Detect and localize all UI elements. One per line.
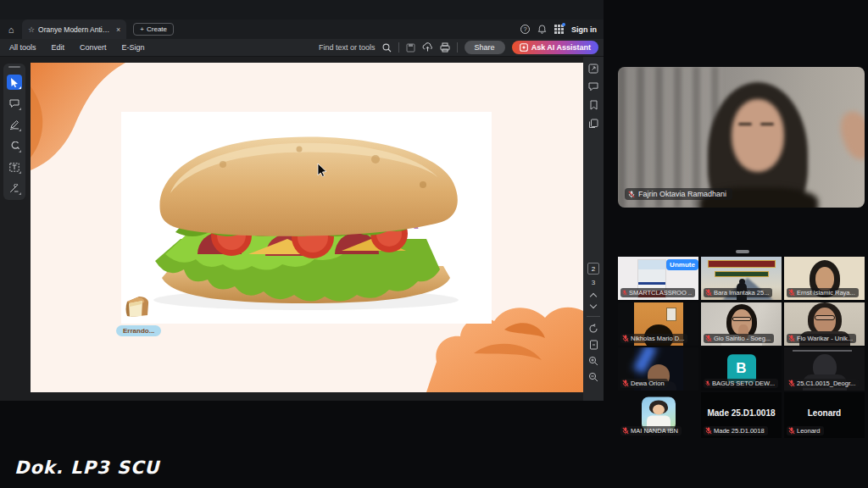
fit-page-icon[interactable] — [589, 340, 598, 350]
speaker-name: Fajrin Oktavia Ramadhani — [638, 190, 726, 198]
participant-name-label: Gio Saintio - Soeg... — [704, 334, 774, 343]
share-button[interactable]: Share — [465, 41, 505, 54]
mic-off-icon — [788, 289, 795, 297]
pages-panel-icon[interactable] — [588, 119, 598, 129]
menu-edit[interactable]: Edit — [52, 43, 65, 52]
menu-bar: All tools Edit Convert E-Sign Find text … — [0, 39, 604, 57]
rail-drag-handle[interactable] — [8, 66, 20, 68]
divider — [587, 316, 600, 317]
speaker-face-detail — [738, 123, 752, 125]
mic-off-icon — [705, 380, 710, 387]
tab-title: Oranye Modern Anti N... — [38, 25, 111, 34]
scene-sign — [708, 260, 776, 268]
next-page-button[interactable] — [590, 302, 597, 308]
participant-name-label: Bara Imantaka 25... — [704, 288, 772, 297]
menu-all-tools[interactable]: All tools — [9, 43, 36, 52]
participant-face — [814, 308, 836, 333]
plus-icon: + — [140, 25, 144, 33]
zoom-out-icon[interactable] — [588, 372, 598, 382]
participant-tile[interactable]: Made 25.D1.0018 Made 25.D1.0018 — [701, 392, 782, 438]
participant-name-label: SMARTCLASSROO .. — [620, 288, 695, 297]
help-icon[interactable]: ? — [520, 25, 530, 34]
participant-name-label: Ernst Islamic Raya... — [787, 288, 859, 297]
participant-tile[interactable]: Leonard Leonard — [784, 392, 865, 438]
stamp-tool-button[interactable] — [7, 180, 22, 196]
mic-off-icon — [622, 289, 627, 297]
participant-name-label: 25.C1.0015_Deogr... — [787, 379, 859, 388]
participant-tile[interactable]: MAI NANDA IBN — [618, 392, 698, 438]
tools-rail — [3, 64, 25, 200]
close-tab-icon[interactable]: × — [114, 25, 120, 34]
stamp-icon — [9, 184, 19, 193]
participant-tile[interactable]: Dewa Orion — [618, 347, 698, 391]
create-tab-button[interactable]: + Create — [133, 23, 174, 36]
previous-page-button[interactable] — [590, 293, 597, 300]
participant-tile[interactable]: Bara Imantaka 25... — [701, 257, 782, 300]
mic-off-icon — [705, 427, 712, 435]
video-caption: Dok. LP3 SCU — [14, 458, 159, 478]
ask-ai-assistant-button[interactable]: Ask AI Assistant — [512, 41, 598, 54]
star-icon[interactable]: ☆ — [28, 25, 35, 34]
mouse-cursor — [317, 164, 327, 177]
save-icon[interactable] — [406, 43, 415, 53]
participant-tile[interactable]: Ernst Islamic Raya... — [784, 257, 865, 300]
squiggle-icon — [10, 141, 19, 150]
screen: ⌂ ☆ Oranye Modern Anti N... × + Create ? — [0, 0, 868, 488]
notifications-bell-icon[interactable] — [537, 25, 547, 34]
add-text-tool-button[interactable] — [7, 159, 22, 175]
window-titlebar — [0, 0, 604, 19]
mic-off-icon — [788, 335, 795, 342]
find-tools-label[interactable]: Find text or tools — [319, 43, 376, 52]
text-box-icon — [9, 163, 19, 172]
sign-in-button[interactable]: Sign in — [571, 25, 597, 34]
mic-off-icon — [622, 380, 629, 387]
notification-dot — [562, 23, 565, 26]
zoom-in-icon[interactable] — [588, 356, 598, 366]
print-icon[interactable] — [440, 42, 450, 53]
participant-video — [793, 350, 852, 352]
unmute-button[interactable]: Unmute — [666, 259, 698, 270]
participant-name-label: Dewa Orion — [620, 379, 668, 388]
upload-cloud-icon[interactable] — [422, 42, 433, 53]
mic-off-icon — [622, 335, 629, 342]
menu-convert[interactable]: Convert — [80, 43, 107, 52]
ai-sparkle-icon — [520, 43, 528, 52]
home-icon[interactable]: ⌂ — [0, 25, 22, 35]
participant-name-label: Nikholas Mario D... — [620, 334, 687, 343]
divider — [398, 42, 399, 53]
participant-glasses — [815, 315, 835, 320]
participant-tile[interactable]: Flo Warikar - Unik... — [784, 302, 865, 346]
participant-tile[interactable]: B 25.C1.0015_Deogr... BAGUS SETO DEW... — [701, 347, 782, 391]
participant-name-label: Leonard — [787, 426, 824, 435]
mic-off-icon — [622, 427, 629, 435]
draw-tool-button[interactable] — [7, 117, 22, 132]
participant-tile[interactable]: 25.C1.0015_Deogr... — [784, 347, 865, 391]
bread-loaf-image — [122, 293, 151, 319]
mic-off-icon — [788, 380, 795, 387]
apps-grid-icon[interactable] — [554, 25, 564, 34]
participant-tile[interactable]: Gio Saintio - Soeg... — [701, 302, 782, 346]
gallery-drag-handle[interactable] — [736, 250, 749, 253]
highlight-tool-button[interactable] — [7, 138, 22, 153]
mic-off-icon — [705, 335, 712, 342]
speaker-face-detail — [760, 123, 774, 125]
ai-label: Ask AI Assistant — [531, 43, 591, 52]
rotate-page-icon[interactable] — [588, 324, 598, 334]
comment-tool-button[interactable] — [7, 96, 22, 111]
speaker-face — [732, 99, 784, 172]
document-tab[interactable]: ☆ Oranye Modern Anti N... × — [22, 19, 126, 39]
menu-esign[interactable]: E-Sign — [122, 43, 145, 52]
avatar-face — [653, 404, 665, 414]
main-video-tile[interactable]: Fajrin Oktavia Ramadhani — [618, 67, 865, 208]
scene-frame — [666, 308, 676, 321]
pdf-page[interactable]: Errando... — [31, 63, 583, 392]
bookmarks-panel-icon[interactable] — [589, 100, 598, 110]
export-icon[interactable] — [588, 64, 598, 74]
comments-panel-icon[interactable] — [588, 82, 598, 92]
share-label: Share — [475, 43, 495, 52]
participant-name-label: 25.C1.0015_Deogr... BAGUS SETO DEW... — [704, 379, 778, 388]
participant-tile[interactable]: Nikholas Mario D... — [618, 302, 698, 346]
search-icon[interactable] — [382, 43, 392, 53]
select-tool-button[interactable] — [7, 75, 22, 90]
current-page-input[interactable]: 2 — [587, 263, 599, 274]
